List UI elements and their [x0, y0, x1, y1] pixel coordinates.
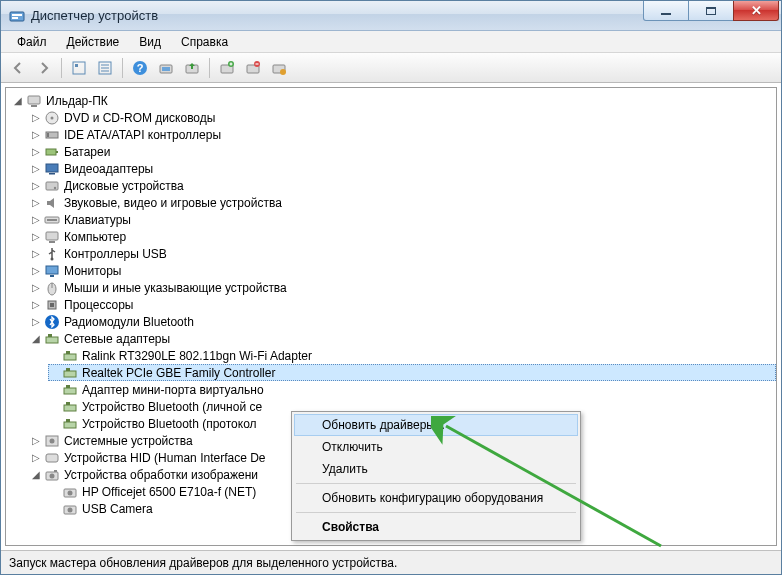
expand-icon[interactable]: ▷	[30, 452, 42, 464]
tree-category-label: Контроллеры USB	[64, 247, 167, 261]
tree-category[interactable]: ◢Сетевые адаптеры	[30, 330, 776, 347]
toolbar-forward[interactable]	[32, 56, 56, 80]
svg-rect-35	[46, 232, 58, 240]
disc-drive-icon	[44, 110, 60, 126]
expand-icon[interactable]: ▷	[30, 265, 42, 277]
svg-rect-59	[46, 454, 58, 462]
tree-category-label: IDE ATA/ATAPI контроллеры	[64, 128, 221, 142]
window-title: Диспетчер устройств	[31, 8, 158, 23]
tree-device[interactable]: ▷Адаптер мини-порта виртуально	[48, 381, 776, 398]
maximize-button[interactable]	[688, 1, 734, 21]
imaging-device-icon	[62, 484, 78, 500]
expand-icon[interactable]: ▷	[30, 435, 42, 447]
cm-properties[interactable]: Свойства	[294, 516, 578, 538]
expand-icon[interactable]: ▷	[30, 129, 42, 141]
tree-category-label: Устройства обработки изображени	[64, 468, 258, 482]
tree-category-label: Дисковые устройства	[64, 179, 184, 193]
battery-icon	[44, 144, 60, 160]
toolbar-update-driver[interactable]	[180, 56, 204, 80]
tree-category[interactable]: ▷Дисковые устройства	[30, 177, 776, 194]
svg-point-32	[54, 186, 56, 188]
expand-icon[interactable]: ▷	[30, 112, 42, 124]
tree-category[interactable]: ▷Звуковые, видео и игровые устройства	[30, 194, 776, 211]
tree-category[interactable]: ▷Мыши и иные указывающие устройства	[30, 279, 776, 296]
tree-category[interactable]: ▷Компьютер	[30, 228, 776, 245]
menu-action[interactable]: Действие	[57, 33, 130, 51]
svg-rect-12	[162, 67, 170, 71]
svg-rect-56	[66, 419, 70, 422]
tree-category[interactable]: ▷Контроллеры USB	[30, 245, 776, 262]
tree-device-label: Адаптер мини-порта виртуально	[82, 383, 264, 397]
svg-rect-4	[75, 64, 78, 67]
tree-category-label: DVD и CD-ROM дисководы	[64, 111, 215, 125]
network-adapter-icon	[44, 331, 60, 347]
tree-category[interactable]: ▷Радиомодули Bluetooth	[30, 313, 776, 330]
menu-help[interactable]: Справка	[171, 33, 238, 51]
toolbar-properties[interactable]	[93, 56, 117, 80]
collapse-icon[interactable]: ◢	[30, 469, 42, 481]
tree-category[interactable]: ▷Процессоры	[30, 296, 776, 313]
toolbar-back[interactable]	[6, 56, 30, 80]
app-icon	[9, 8, 25, 24]
computer-root-icon	[26, 93, 42, 109]
close-button[interactable]: ✕	[733, 1, 779, 21]
toolbar-disable[interactable]	[241, 56, 265, 80]
tree-category[interactable]: ▷Мониторы	[30, 262, 776, 279]
network-device-icon	[62, 365, 78, 381]
tree-category[interactable]: ▷DVD и CD-ROM дисководы	[30, 109, 776, 126]
toolbar-uninstall[interactable]	[215, 56, 239, 80]
tree-device[interactable]: ▷Realtek PCIe GBE Family Controller	[48, 364, 776, 381]
tree-category-label: Видеоадаптеры	[64, 162, 153, 176]
menu-file[interactable]: Файл	[7, 33, 57, 51]
computer-icon	[44, 229, 60, 245]
tree-category[interactable]: ▷Батареи	[30, 143, 776, 160]
tree-category[interactable]: ▷IDE ATA/ATAPI контроллеры	[30, 126, 776, 143]
imaging-device-icon	[62, 501, 78, 517]
toolbar-separator	[61, 58, 62, 78]
cm-delete[interactable]: Удалить	[294, 458, 578, 480]
tree-category[interactable]: ▷Клавиатуры	[30, 211, 776, 228]
expand-icon[interactable]: ▷	[30, 146, 42, 158]
toolbar-scan[interactable]	[154, 56, 178, 80]
toolbar-show-hidden[interactable]	[67, 56, 91, 80]
expand-icon[interactable]: ▷	[30, 180, 42, 192]
expand-icon[interactable]: ▷	[30, 282, 42, 294]
cm-update-drivers[interactable]: Обновить драйверы...	[294, 414, 578, 436]
expand-icon[interactable]: ▷	[30, 299, 42, 311]
toolbar: ?	[1, 53, 781, 83]
svg-rect-0	[10, 12, 24, 21]
expand-icon[interactable]: ▷	[30, 248, 42, 260]
toolbar-help[interactable]: ?	[128, 56, 152, 80]
collapse-icon[interactable]: ◢	[12, 95, 24, 107]
svg-rect-62	[54, 470, 57, 472]
tree-device-label: HP Officejet 6500 E710a-f (NET)	[82, 485, 256, 499]
tree-device-label: Realtek PCIe GBE Family Controller	[82, 366, 275, 380]
tree-root[interactable]: ◢Ильдар-ПК	[12, 92, 776, 109]
menubar: Файл Действие Вид Справка	[1, 31, 781, 53]
expand-icon[interactable]: ▷	[30, 316, 42, 328]
cm-separator	[296, 483, 576, 484]
expand-icon[interactable]: ▷	[30, 231, 42, 243]
cm-disable[interactable]: Отключить	[294, 436, 578, 458]
toolbar-enable[interactable]	[267, 56, 291, 80]
tree-category-label: Устройства HID (Human Interface De	[64, 451, 266, 465]
collapse-icon[interactable]: ◢	[30, 333, 42, 345]
tree-device-label: Ralink RT3290LE 802.11bgn Wi-Fi Adapter	[82, 349, 312, 363]
titlebar: Диспетчер устройств ✕	[1, 1, 781, 31]
svg-rect-38	[46, 266, 58, 274]
menu-view[interactable]: Вид	[129, 33, 171, 51]
expand-icon[interactable]: ▷	[30, 197, 42, 209]
cm-separator	[296, 512, 576, 513]
svg-rect-36	[49, 241, 55, 243]
svg-rect-26	[47, 133, 49, 137]
tree-device[interactable]: ▷Ralink RT3290LE 802.11bgn Wi-Fi Adapter	[48, 347, 776, 364]
minimize-button[interactable]	[643, 1, 689, 21]
svg-rect-47	[64, 354, 76, 360]
tree-category-label: Мыши и иные указывающие устройства	[64, 281, 287, 295]
tree-device-label: USB Camera	[82, 502, 153, 516]
tree-category[interactable]: ▷Видеоадаптеры	[30, 160, 776, 177]
expand-icon[interactable]: ▷	[30, 214, 42, 226]
disk-icon	[44, 178, 60, 194]
expand-icon[interactable]: ▷	[30, 163, 42, 175]
cm-scan-hardware[interactable]: Обновить конфигурацию оборудования	[294, 487, 578, 509]
